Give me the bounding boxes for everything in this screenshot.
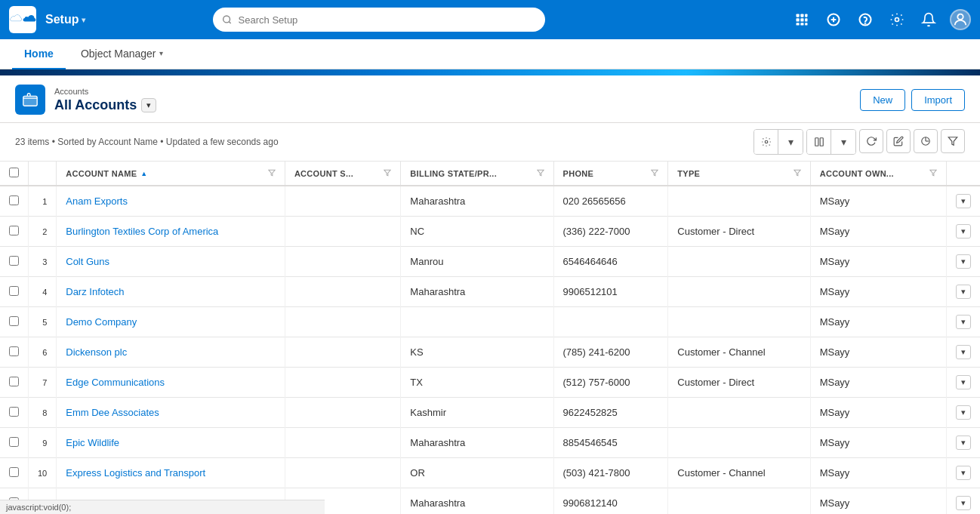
row-checkbox[interactable]	[9, 286, 19, 296]
account-name-link[interactable]: Emm Dee Associates	[66, 407, 159, 418]
row-checkbox-cell	[0, 458, 29, 488]
phone-header[interactable]: PHONE	[553, 162, 668, 186]
view-dropdown-button[interactable]: ▾	[141, 98, 156, 112]
accounts-icon	[15, 85, 45, 115]
row-action-button[interactable]: ▾	[956, 405, 971, 420]
account-owner-header[interactable]: ACCOUNT OWN...	[810, 162, 946, 186]
account-name-header[interactable]: ACCOUNT NAME ▲	[57, 162, 285, 186]
row-action-button[interactable]: ▾	[956, 375, 971, 389]
account-name-link[interactable]: Demo Company	[66, 316, 137, 328]
svg-point-17	[765, 140, 768, 143]
row-checkbox[interactable]	[9, 316, 19, 326]
user-avatar[interactable]	[950, 9, 971, 30]
row-action-button[interactable]: ▾	[956, 466, 971, 480]
account-status-cell	[285, 398, 400, 428]
tab-object-manager[interactable]: Object Manager ▾	[69, 39, 175, 69]
account-name-link[interactable]: Anam Exports	[66, 195, 128, 207]
accounts-table: ACCOUNT NAME ▲ ACCOUNT S...	[0, 162, 980, 514]
row-checkbox[interactable]	[9, 407, 19, 417]
row-number: 6	[29, 337, 57, 368]
top-navigation: Setup ▾	[0, 0, 980, 39]
row-checkbox[interactable]	[9, 346, 19, 356]
account-name-link[interactable]: Burlington Textiles Corp of America	[66, 226, 218, 237]
add-icon[interactable]	[823, 9, 844, 30]
edit-button[interactable]	[886, 129, 911, 153]
billing-state-filter-icon[interactable]	[537, 169, 544, 178]
row-checkbox[interactable]	[9, 195, 19, 205]
account-name-link[interactable]: Express Logistics and Transport	[66, 467, 205, 479]
account-status-cell	[285, 428, 400, 458]
table-header: ACCOUNT NAME ▲ ACCOUNT S...	[0, 162, 980, 186]
account-name-link[interactable]: Darz Infotech	[66, 286, 124, 297]
refresh-button[interactable]	[859, 129, 883, 153]
row-action-button[interactable]: ▾	[956, 496, 971, 510]
import-button[interactable]: Import	[911, 89, 965, 111]
row-action-button[interactable]: ▾	[956, 254, 971, 269]
columns-dropdown-button[interactable]: ▾	[831, 130, 855, 154]
new-button[interactable]: New	[860, 89, 905, 111]
setup-label[interactable]: Setup ▾	[45, 13, 85, 26]
tab-home[interactable]: Home	[12, 39, 66, 69]
billing-state-cell: NC	[401, 217, 553, 247]
help-icon[interactable]	[855, 9, 876, 30]
row-checkbox[interactable]	[9, 437, 19, 447]
row-action-button[interactable]: ▾	[956, 224, 971, 239]
billing-state-header[interactable]: BILLING STATE/PR...	[401, 162, 553, 186]
account-name-cell: Anam Exports	[57, 186, 285, 217]
type-cell	[668, 247, 810, 277]
chart-button[interactable]	[914, 129, 938, 153]
row-checkbox[interactable]	[9, 226, 19, 235]
salesforce-logo[interactable]	[9, 6, 36, 33]
type-cell: Customer - Direct	[668, 368, 810, 398]
view-name: All Accounts	[54, 97, 137, 113]
notifications-icon[interactable]	[918, 9, 939, 30]
row-action-button[interactable]: ▾	[956, 285, 971, 299]
search-input[interactable]	[239, 14, 537, 26]
row-action-cell: ▾	[947, 398, 981, 428]
account-name-link[interactable]: Edge Communications	[66, 377, 165, 388]
account-name-link[interactable]: Epic Wildlife	[66, 437, 119, 448]
phone-cell	[553, 307, 668, 337]
row-checkbox[interactable]	[9, 467, 19, 477]
account-name-cell: Darz Infotech	[57, 277, 285, 307]
type-filter-icon[interactable]	[794, 169, 801, 178]
row-checkbox[interactable]	[9, 377, 19, 386]
account-name-link[interactable]: Dickenson plc	[66, 346, 127, 358]
svg-rect-4	[796, 18, 799, 21]
account-name-filter-icon[interactable]	[268, 169, 276, 178]
account-name-header-label: ACCOUNT NAME	[66, 169, 137, 178]
phone-cell: (785) 241-6200	[553, 337, 668, 368]
billing-state-cell: KS	[401, 337, 553, 368]
phone-filter-icon[interactable]	[651, 169, 658, 178]
account-status-filter-icon[interactable]	[384, 169, 391, 178]
row-checkbox-cell	[0, 307, 29, 337]
table-settings-button[interactable]	[754, 130, 778, 154]
owner-filter-icon[interactable]	[929, 169, 937, 178]
account-view-selector: All Accounts ▾	[54, 97, 860, 113]
columns-button[interactable]	[807, 130, 831, 154]
account-owner-cell: MSayy	[810, 458, 946, 488]
account-name-link[interactable]: Colt Guns	[66, 256, 109, 267]
tab-object-manager-label: Object Manager	[81, 48, 156, 60]
account-status-header[interactable]: ACCOUNT S...	[285, 162, 400, 186]
row-action-button[interactable]: ▾	[956, 436, 971, 450]
type-header[interactable]: TYPE	[668, 162, 810, 186]
row-action-button[interactable]: ▾	[956, 194, 971, 208]
global-search-bar[interactable]	[213, 8, 545, 32]
svg-rect-1	[796, 14, 799, 17]
account-status-cell	[285, 458, 400, 488]
row-action-button[interactable]: ▾	[956, 315, 971, 329]
svg-marker-25	[652, 170, 658, 176]
filter-button[interactable]	[941, 129, 965, 153]
type-cell	[668, 186, 810, 217]
row-action-button[interactable]: ▾	[956, 345, 971, 359]
row-checkbox-cell	[0, 217, 29, 247]
select-all-checkbox[interactable]	[9, 168, 19, 177]
row-checkbox[interactable]	[9, 256, 19, 266]
table-settings-dropdown-button[interactable]: ▾	[778, 130, 803, 154]
settings-btn-group: ▾	[753, 129, 803, 155]
select-all-header	[0, 162, 29, 186]
app-launcher-icon[interactable]	[791, 9, 812, 30]
account-status-cell	[285, 307, 400, 337]
settings-icon[interactable]	[886, 9, 908, 30]
